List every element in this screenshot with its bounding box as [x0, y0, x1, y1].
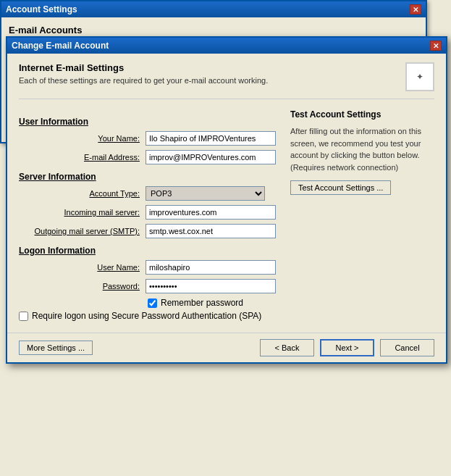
- test-section-title: Test Account Settings: [290, 109, 434, 120]
- dialog-header-desc: Each of these settings are required to g…: [19, 76, 268, 85]
- incoming-server-input[interactable]: [146, 205, 276, 220]
- outgoing-server-label: Outgoing mail server (SMTP):: [19, 227, 146, 235]
- account-type-row: Account Type: POP3: [19, 186, 276, 201]
- test-section-desc: After filling out the information on thi…: [290, 125, 434, 173]
- change-email-title-bar: Change E-mail Account ✕: [7, 38, 446, 54]
- account-type-label: Account Type:: [19, 189, 146, 198]
- email-address-label: E-mail Address:: [19, 153, 146, 162]
- remember-password-label: Remember password: [161, 298, 243, 308]
- account-settings-title: Account Settings: [6, 4, 77, 14]
- account-type-select-wrap: POP3: [146, 186, 265, 201]
- form-two-col: User Information Your Name: E-mail Addre…: [19, 109, 434, 324]
- account-section-title: E-mail Accounts: [9, 25, 418, 36]
- dialog-header-text: Internet E-mail Settings Each of these s…: [19, 62, 268, 85]
- form-right-col: Test Account Settings After filling out …: [290, 109, 434, 324]
- email-address-input[interactable]: [146, 150, 276, 164]
- password-row: Password:: [19, 279, 276, 293]
- change-email-close-button[interactable]: ✕: [430, 41, 442, 51]
- user-info-title: User Information: [19, 117, 276, 127]
- back-button[interactable]: < Back: [260, 339, 314, 356]
- your-name-input[interactable]: [146, 131, 276, 146]
- account-type-select[interactable]: POP3: [146, 186, 265, 201]
- change-email-title: Change E-mail Account: [12, 41, 109, 51]
- dialog-header: Internet E-mail Settings Each of these s…: [19, 62, 434, 99]
- account-settings-title-bar: Account Settings ✕: [1, 1, 426, 17]
- remember-password-row: Remember password: [148, 298, 276, 308]
- username-row: User Name:: [19, 260, 276, 275]
- test-account-settings-button[interactable]: Test Account Settings ...: [290, 180, 391, 195]
- footer-nav-buttons: < Back Next > Cancel: [260, 339, 434, 356]
- wizard-icon: ✦: [405, 62, 434, 91]
- require-spa-checkbox[interactable]: [19, 312, 28, 321]
- change-email-dialog: Change E-mail Account ✕ Internet E-mail …: [6, 36, 447, 364]
- dialog-header-title: Internet E-mail Settings: [19, 62, 268, 73]
- require-spa-row: Require logon using Secure Password Auth…: [19, 311, 276, 321]
- your-name-label: Your Name:: [19, 134, 146, 143]
- incoming-server-label: Incoming mail server:: [19, 208, 146, 217]
- logon-info-title: Logon Information: [19, 246, 276, 256]
- cancel-button[interactable]: Cancel: [380, 339, 434, 356]
- more-settings-button[interactable]: More Settings ...: [19, 341, 93, 355]
- password-input[interactable]: [146, 279, 276, 293]
- next-button[interactable]: Next >: [320, 339, 374, 356]
- form-left-col: User Information Your Name: E-mail Addre…: [19, 109, 276, 324]
- account-settings-close-button[interactable]: ✕: [410, 4, 421, 14]
- server-info-title: Server Information: [19, 172, 276, 182]
- require-spa-label: Require logon using Secure Password Auth…: [32, 311, 261, 321]
- username-label: User Name:: [19, 263, 146, 272]
- remember-password-checkbox[interactable]: [148, 298, 157, 308]
- outgoing-server-row: Outgoing mail server (SMTP):: [19, 224, 276, 238]
- dialog-footer: More Settings ... < Back Next > Cancel: [7, 333, 446, 362]
- outgoing-server-input[interactable]: [146, 224, 276, 238]
- wizard-graphic: ✦: [416, 72, 423, 82]
- password-label: Password:: [19, 282, 146, 291]
- incoming-server-row: Incoming mail server:: [19, 205, 276, 220]
- email-address-row: E-mail Address:: [19, 150, 276, 164]
- username-input[interactable]: [146, 260, 276, 275]
- your-name-row: Your Name:: [19, 131, 276, 146]
